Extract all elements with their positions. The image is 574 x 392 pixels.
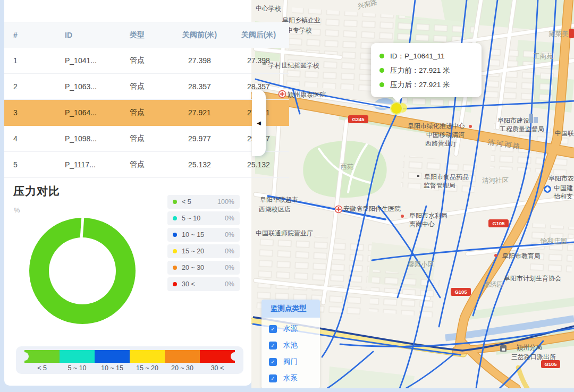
label-hualian-1: 阜阳华联超市 (260, 196, 298, 203)
donut-hole (49, 237, 116, 304)
legend-item-15-20[interactable]: 15 ~ 20 0% (167, 244, 240, 258)
map-canvas[interactable]: G345 G105 G105 G105 中心学校 阜阳乡镇企业 中专学校 学村世… (251, 0, 574, 388)
legend-item-20-30[interactable]: 20 ~ 30 0% (167, 261, 240, 275)
cell-id: P_1063... (50, 74, 115, 100)
monitor-type-label: 水池 (283, 340, 298, 350)
col-header-index: # (4, 22, 50, 48)
colorbar-label: 30 < (200, 364, 235, 372)
label-xiyuan: 西苑 (341, 163, 354, 171)
col-header-after: 关阀后(米) (228, 22, 289, 48)
legend-label: 15 ~ 20 (182, 248, 204, 255)
police-icon (500, 345, 507, 352)
col-header-before: 关阀前(米) (171, 22, 228, 48)
monitor-type-panel: 监测点类型 ✓ 水源 ✓ 水池 ✓ 阀门 ✓ 水泵 (261, 300, 320, 388)
hospital-icon-2 (335, 206, 342, 213)
cell-before: 25.132 (171, 152, 228, 178)
label-yihezhuangyuan: 怡和庄园 (540, 237, 567, 245)
popup-before-label: 压力前： (390, 66, 419, 75)
cell-type: 管点 (115, 74, 171, 100)
label-zhongguojian: 中国建 (554, 184, 573, 192)
legend-value: 0% (225, 280, 234, 288)
panel-collapse-toggle[interactable]: ◀ (252, 90, 266, 156)
legend-dot-blue (173, 233, 177, 237)
monitor-type-item-pump[interactable]: ✓ 水泵 (269, 373, 320, 383)
legend-label: 20 ~ 30 (182, 264, 204, 271)
checkbox-checked-icon[interactable]: ✓ (269, 342, 277, 350)
cell-index: 4 (4, 126, 50, 152)
colorbar-label: 15 ~ 20 (130, 364, 165, 372)
col-header-type: 类型 (115, 22, 171, 48)
legend-item-lt5[interactable]: < 5 100% (167, 195, 240, 209)
badge-g105-2-label: G105 (454, 289, 467, 295)
monitor-type-item-water-pool[interactable]: ✓ 水池 (269, 340, 320, 350)
legend-value: 0% (225, 248, 234, 255)
bank-icon (544, 185, 551, 193)
cell-type: 管点 (115, 48, 171, 74)
colorbar-left-notch (20, 352, 29, 361)
colorbar-seg-blue (95, 350, 130, 363)
monitor-type-title: 监测点类型 (261, 300, 320, 318)
colorbar-label: 20 ~ 30 (165, 364, 200, 372)
colorbar-label: < 5 (24, 364, 60, 372)
badge-g105-1: G105 (488, 219, 509, 227)
monitor-type-item-water-source[interactable]: ✓ 水源 (269, 324, 320, 334)
table-row[interactable]: 5 P_1117... 管点 25.132 25.132 (4, 152, 289, 178)
cell-before: 28.357 (171, 74, 228, 100)
table-row[interactable]: 4 P_1098... 管点 29.977 29.977 (4, 126, 289, 152)
green-dot-icon (379, 68, 384, 73)
popup-id-label: ID： (390, 52, 404, 61)
label-nong: 阜阳市农 (548, 175, 574, 182)
poi-dot-red-3 (494, 254, 497, 257)
legend-value: 0% (225, 231, 234, 238)
legend-item-5-10[interactable]: 5 ~ 10 0% (167, 211, 240, 225)
legend-item-10-15[interactable]: 10 ~ 15 0% (167, 228, 240, 242)
label-xinyuan-xiaoqu: 馨园小区 (408, 261, 435, 268)
label-yidong-2: 西路营业厅 (425, 140, 457, 147)
label-shuiliju-1: 阜阳市水利局 (409, 212, 448, 219)
pressure-chart-unit: % (14, 206, 20, 214)
label-hualian-2: 西湖校区店 (259, 206, 291, 213)
popup-row-pressure-after: 压力后： 27.921 米 (379, 78, 482, 92)
popup-id-value: P_10641_11 (404, 52, 445, 60)
label-shipin-1: 阜阳市食品药品 (424, 173, 469, 181)
label-yidong-1: 中国移动清河 (426, 131, 465, 139)
colorbar-label: 10 ~ 15 (95, 364, 130, 372)
legend-value: 0% (225, 264, 234, 271)
label-jianshe-1: 阜阳市建设 (497, 117, 529, 124)
legend-item-gt30[interactable]: 30 < 0% (167, 277, 240, 291)
cell-index: 5 (4, 152, 50, 178)
checkbox-checked-icon[interactable]: ✓ (269, 358, 277, 366)
label-daicaimei: 黛菜美 (548, 30, 569, 38)
badge-g345: G345 (348, 115, 368, 123)
table-row[interactable]: 2 P_1063... 管点 28.357 28.357 (4, 74, 289, 100)
badge-g345-label: G345 (352, 116, 365, 122)
colorbar-seg-orange (165, 350, 200, 363)
cell-id: P_1064... (50, 100, 115, 126)
map-info-popup: ID： P_10641_11 压力前： 27.921 米 压力后： 27.921… (371, 43, 482, 97)
legend-dot-cyan (173, 216, 177, 220)
label-yingzhoufenju: 颍州分局 (517, 344, 542, 351)
table-row[interactable]: 1 P_1041... 管点 27.398 27.398 (4, 48, 289, 74)
colorbar-right-notch (231, 352, 239, 361)
pressure-chart-title: 压力对比 (13, 184, 60, 199)
table-row-selected[interactable]: 3 P_1064... 管点 27.921 27.921 (4, 100, 289, 126)
popup-row-id: ID： P_10641_11 (379, 49, 482, 63)
cell-index: 3 (4, 100, 50, 126)
monitor-type-label: 水泵 (283, 373, 298, 383)
badge-partial (569, 29, 574, 38)
checkbox-checked-icon[interactable]: ✓ (269, 325, 277, 333)
checkbox-checked-icon[interactable]: ✓ (269, 374, 277, 382)
green-dot-icon (379, 54, 384, 58)
monitor-type-item-valve[interactable]: ✓ 阀门 (269, 357, 320, 367)
label-zhongzhuanxuexiao: 中专学校 (286, 27, 312, 34)
label-paichusuo: 三岔路口派出所 (511, 353, 556, 361)
label-jianshe-2: 工程质量监督局 (500, 125, 544, 133)
cell-before: 27.921 (171, 100, 228, 126)
label-qinghe-shequ: 清河社区 (482, 177, 509, 184)
cell-before: 29.977 (171, 126, 228, 152)
pressure-colorbar: < 5 5 ~ 10 10 ~ 15 15 ~ 20 20 ~ 30 30 < (16, 346, 243, 374)
legend-dot-yellow (173, 249, 177, 253)
label-jiaoyuju: 阜阳市教育局 (502, 252, 541, 260)
popup-before-value: 27.921 米 (419, 66, 450, 75)
label-zhongxinxuexiao: 中心学校 (256, 5, 281, 12)
